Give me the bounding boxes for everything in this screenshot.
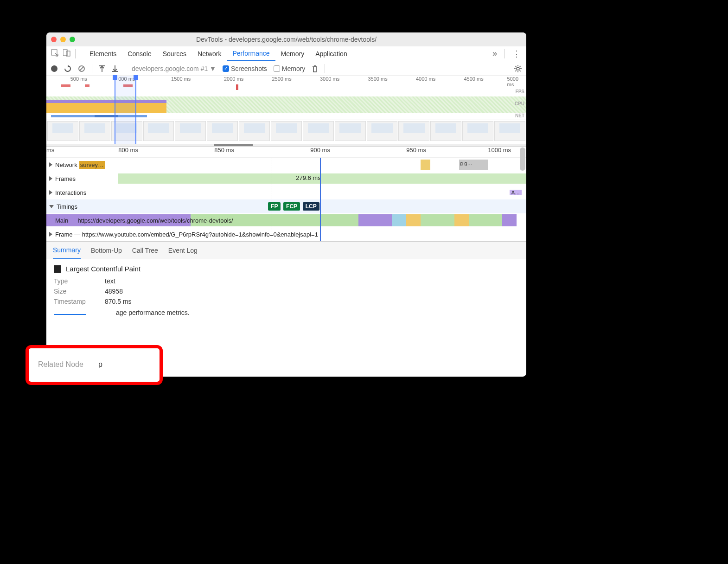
divider [75,49,76,58]
kebab-menu-icon[interactable]: ⋮ [512,49,520,59]
value: 48958 [105,288,123,295]
frames-row[interactable]: Frames 279.6 ms [46,172,526,186]
task-bar[interactable] [502,214,517,226]
disclosure-triangle-icon[interactable] [49,162,52,167]
titlebar: DevTools - developers.google.com/web/too… [46,32,526,46]
task-bar[interactable] [358,214,392,226]
interactions-row[interactable]: Interactions A… [46,186,526,199]
frame-thread-row[interactable]: Frame — https://www.youtube.com/embed/G_… [46,227,526,241]
clear-icon[interactable] [78,65,85,72]
timing-fcp[interactable]: FCP [283,202,300,211]
task-bar[interactable] [392,214,406,226]
overview-selection[interactable] [115,76,136,146]
row-label: Interactions [55,189,86,196]
filmstrip-frame[interactable] [79,121,110,141]
tick: 3000 ms [320,76,339,82]
record-button[interactable] [51,65,57,72]
task-bar[interactable] [406,214,421,226]
row-label: Frame — https://www.youtube.com/embed/G_… [55,231,318,238]
interaction-item[interactable]: A… [510,190,522,195]
memory-checkbox[interactable]: Memory [274,65,306,72]
filmstrip-frame[interactable] [367,121,398,141]
divider [125,64,125,73]
tab-memory[interactable]: Memory [275,46,310,61]
filmstrip-frame[interactable] [303,121,334,141]
overview-timeline[interactable]: 500 ms 000 ms 1500 ms 2000 ms 2500 ms 30… [46,76,526,147]
tab-sources[interactable]: Sources [157,46,192,61]
row-label: Network [55,161,77,168]
screenshots-checkbox[interactable]: ✓Screenshots [223,65,267,72]
settings-icon[interactable] [514,65,522,72]
tab-performance[interactable]: Performance [227,46,275,61]
main-thread-row[interactable]: Main — https://developers.google.com/web… [46,213,526,227]
disclosure-triangle-icon[interactable] [49,190,52,195]
collect-garbage-icon[interactable] [312,65,318,72]
overview-scrollbar[interactable] [46,144,526,146]
load-profile-icon[interactable] [99,65,105,72]
timing-fp[interactable]: FP [268,202,281,211]
filmstrip-frame[interactable] [207,121,238,141]
tab-application[interactable]: Application [310,46,353,61]
filmstrip-frame[interactable] [430,121,461,141]
filmstrip-frame[interactable] [398,121,429,141]
label: Size [54,288,100,295]
svg-rect-1 [63,50,67,56]
tab-bottom-up[interactable]: Bottom-Up [91,242,122,259]
timing-lcp[interactable]: LCP [303,202,319,211]
tab-summary[interactable]: Summary [53,242,81,259]
tab-elements[interactable]: Elements [84,46,122,61]
frame-bar[interactable] [118,173,526,184]
devtools-window: DevTools - developers.google.com/web/too… [46,32,526,377]
disclosure-triangle-down-icon[interactable] [49,205,54,208]
network-block[interactable]: g g… [459,160,488,170]
row-label: Frames [55,175,76,182]
device-toggle-icon[interactable] [63,49,70,58]
filmstrip-frame[interactable] [271,121,302,141]
task-bar[interactable] [469,214,502,226]
network-item[interactable]: survey… [79,161,105,169]
details-tabs: Summary Bottom-Up Call Tree Event Log [46,242,526,259]
row-label: Main — https://developers.google.com/web… [55,217,233,224]
perf-toolbar: developers.google.com #1 ▼ ✓Screenshots … [46,61,526,76]
text-fragment: age performance metrics. [116,309,190,316]
filmstrip-frame[interactable] [335,121,366,141]
lane-label: FPS [516,89,524,94]
svg-rect-2 [66,51,70,56]
label: Timestamp [54,298,100,305]
filmstrip-frame[interactable] [175,121,206,141]
main-ruler: ms 800 ms 850 ms 900 ms 950 ms 1000 ms [46,147,526,158]
network-row[interactable]: Network survey… g g… [46,158,526,172]
current-time-marker[interactable] [320,158,321,241]
tick: 950 ms [406,147,426,154]
tab-call-tree[interactable]: Call Tree [132,242,158,259]
disclosure-triangle-icon[interactable] [49,176,52,181]
filmstrip-frame[interactable] [47,121,78,141]
tick: 4000 ms [416,76,435,82]
timing-badges: FP FCP LCP [267,202,319,211]
related-node-link[interactable]: p [98,360,102,369]
task-bar[interactable] [421,214,454,226]
recording-selector[interactable]: developers.google.com #1 ▼ [132,65,216,72]
filmstrip-frame[interactable] [462,121,493,141]
save-profile-icon[interactable] [112,65,118,72]
disclosure-triangle-icon[interactable] [49,232,52,237]
tick: 4500 ms [464,76,483,82]
filmstrip-frame[interactable] [494,121,525,141]
tick: 850 ms [214,147,234,154]
network-block[interactable] [421,160,430,170]
tick: 3500 ms [368,76,387,82]
timings-row[interactable]: Timings FP FCP LCP [46,199,526,213]
tab-console[interactable]: Console [122,46,157,61]
tick: 800 ms [118,147,138,154]
inspect-icon[interactable] [51,49,58,58]
reload-record-icon[interactable] [64,65,71,72]
filmstrip-frame[interactable] [143,121,174,141]
more-tabs-icon[interactable]: » [492,49,497,58]
task-bar[interactable] [454,214,469,226]
tick: ms [46,147,54,154]
tab-event-log[interactable]: Event Log [168,242,198,259]
filmstrip-frame[interactable] [239,121,270,141]
label: Related Node [38,360,94,369]
tick: 1500 ms [171,76,191,82]
tab-network[interactable]: Network [192,46,227,61]
